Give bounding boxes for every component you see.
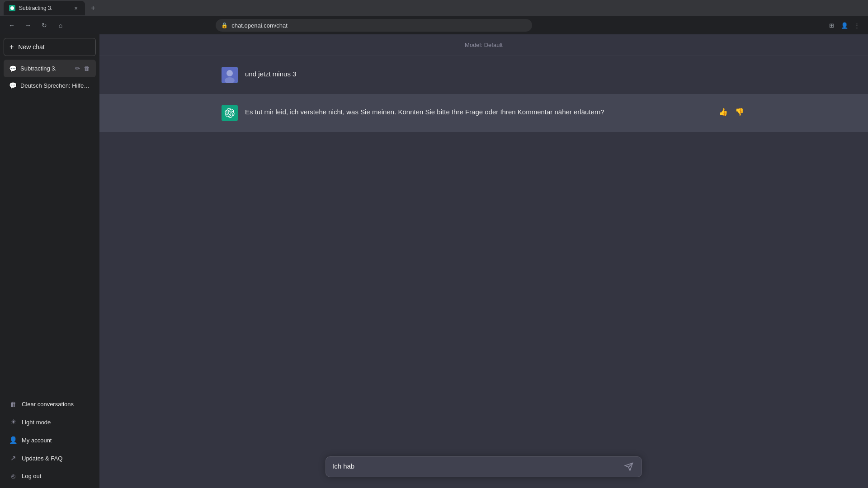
app-container: + New chat 💬 Subtracting 3. ✏ 🗑 💬 Deutsc… — [0, 0, 868, 488]
chat-input[interactable]: Ich hab — [332, 461, 623, 472]
edit-chat-button[interactable]: ✏ — [74, 64, 81, 73]
chat-item-label-2: Deutsch Sprechen: Hilfe Angel... — [20, 82, 90, 89]
svg-point-2 — [226, 70, 233, 76]
model-label: Model: Default — [465, 42, 503, 48]
thumbs-down-button[interactable]: 👎 — [733, 107, 746, 117]
svg-point-0 — [10, 6, 14, 10]
assistant-message-row: Es tut mir leid, ich verstehe nicht, was… — [99, 94, 868, 132]
plus-icon: + — [9, 43, 14, 51]
chat-icon-2: 💬 — [9, 82, 17, 89]
gpt-avatar — [222, 105, 238, 121]
chat-item-deutsch[interactable]: 💬 Deutsch Sprechen: Hilfe Angel... — [4, 77, 96, 94]
trash-icon: 🗑 — [9, 400, 17, 408]
updates-faq-item[interactable]: ↗ Updates & FAQ — [4, 450, 96, 467]
user-message-row: und jetzt minus 3 — [99, 56, 868, 94]
my-account-label: My account — [22, 437, 52, 444]
sun-icon: ☀ — [9, 418, 17, 426]
light-mode-label: Light mode — [22, 419, 51, 426]
thumbs-up-button[interactable]: 👍 — [717, 107, 730, 117]
updates-faq-label: Updates & FAQ — [22, 455, 62, 462]
clear-conversations-label: Clear conversations — [22, 401, 74, 408]
log-out-label: Log out — [22, 473, 41, 479]
user-message: und jetzt minus 3 — [212, 56, 755, 94]
profile-icon[interactable]: 👤 — [839, 20, 850, 31]
toolbar-icons: ⊞ 👤 ⋮ — [826, 20, 863, 31]
tab-close-button[interactable]: ✕ — [72, 5, 80, 12]
new-chat-label: New chat — [18, 43, 44, 51]
light-mode-item[interactable]: ☀ Light mode — [4, 413, 96, 431]
tab-favicon — [9, 5, 15, 11]
address-bar-row: ← → ↻ ⌂ 🔒 chat.openai.com/chat ⊞ 👤 ⋮ — [0, 16, 868, 34]
forward-button[interactable]: → — [22, 19, 34, 32]
external-link-icon: ↗ — [9, 454, 17, 462]
browser-chrome: Subtracting 3. ✕ + ← → ↻ ⌂ 🔒 chat.openai… — [0, 0, 868, 34]
menu-icon[interactable]: ⋮ — [852, 20, 863, 31]
input-wrapper: Ich hab — [326, 456, 642, 477]
clear-conversations-item[interactable]: 🗑 Clear conversations — [4, 396, 96, 413]
sidebar: + New chat 💬 Subtracting 3. ✏ 🗑 💬 Deutsc… — [0, 34, 99, 488]
sidebar-bottom: 🗑 Clear conversations ☀ Light mode 👤 My … — [4, 392, 96, 484]
chat-item-actions: ✏ 🗑 — [74, 64, 90, 73]
chat-item-subtracting[interactable]: 💬 Subtracting 3. ✏ 🗑 — [4, 60, 96, 77]
my-account-item[interactable]: 👤 My account — [4, 432, 96, 449]
back-button[interactable]: ← — [5, 19, 18, 32]
url-display: chat.openai.com/chat — [231, 22, 527, 29]
user-avatar — [222, 67, 238, 83]
address-bar[interactable]: 🔒 chat.openai.com/chat — [216, 19, 532, 32]
send-button[interactable] — [623, 462, 635, 471]
active-tab[interactable]: Subtracting 3. ✕ — [4, 1, 85, 15]
assistant-message: Es tut mir leid, ich verstehe nicht, was… — [212, 94, 755, 132]
user-message-content: und jetzt minus 3 — [245, 67, 746, 83]
chat-icon: 💬 — [9, 65, 17, 72]
tab-title: Subtracting 3. — [19, 5, 69, 11]
assistant-message-content: Es tut mir leid, ich verstehe nicht, was… — [245, 105, 710, 121]
extensions-icon[interactable]: ⊞ — [826, 20, 837, 31]
model-header: Model: Default — [99, 34, 868, 56]
send-icon — [624, 462, 633, 471]
main-content: Model: Default und jetzt minus 3 — [99, 34, 868, 488]
user-icon: 👤 — [9, 436, 17, 444]
input-area: Ich hab — [99, 449, 868, 488]
home-button[interactable]: ⌂ — [54, 19, 67, 32]
logout-icon: ⎋ — [9, 472, 17, 480]
new-tab-button[interactable]: + — [87, 2, 99, 14]
message-actions: 👍 👎 — [717, 105, 746, 121]
chat-item-label: Subtracting 3. — [20, 65, 71, 72]
chat-messages: und jetzt minus 3 Es tut mir leid, ich v… — [99, 56, 868, 449]
new-chat-button[interactable]: + New chat — [4, 38, 96, 56]
tab-bar: Subtracting 3. ✕ + — [0, 0, 868, 16]
chat-list: 💬 Subtracting 3. ✏ 🗑 💬 Deutsch Sprechen:… — [4, 60, 96, 392]
delete-chat-button[interactable]: 🗑 — [83, 64, 90, 73]
log-out-item[interactable]: ⎋ Log out — [4, 468, 96, 484]
reload-button[interactable]: ↻ — [38, 19, 51, 32]
